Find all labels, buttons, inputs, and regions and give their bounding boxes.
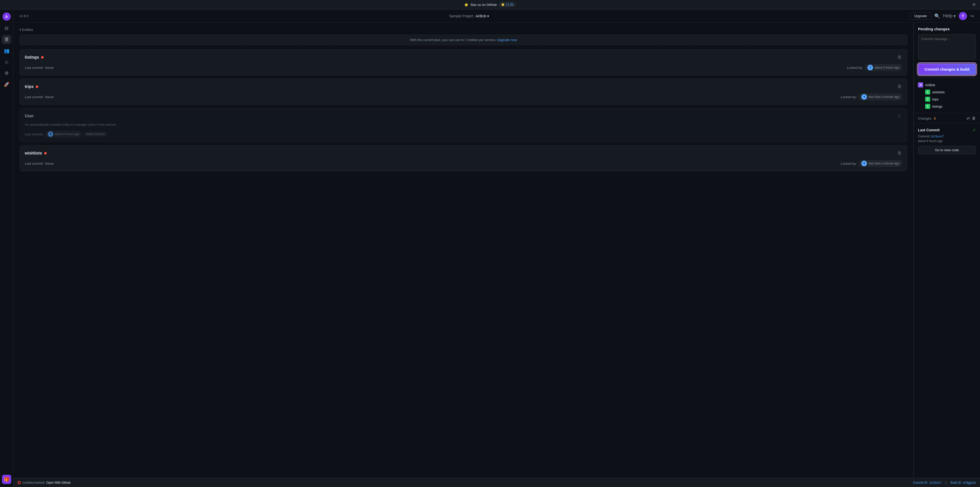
upgrade-button[interactable]: Upgrade: [910, 12, 931, 20]
entity-footer-right-wishlists: Locked by: T less than a minute ago: [841, 160, 902, 167]
bottom-build-id: Build ID xc9ggv3z: [951, 481, 976, 484]
changes-actions: ⇄ 🗑: [966, 116, 976, 121]
github-link[interactable]: ⭕ turteltech/airbnb Open With Github: [18, 481, 70, 484]
sidebar-item-settings[interactable]: ⚙: [2, 68, 11, 78]
locked-user-avatar-listings: T: [867, 65, 873, 70]
entity-description-user: An automatically created entity to manag…: [25, 123, 902, 127]
service-tree-root: ✕ AirBnb: [918, 81, 976, 89]
banner-text: Star us on GitHub: [470, 3, 496, 6]
entity-card-listings-header: listings 🗑: [25, 55, 902, 60]
entity-delete-trips[interactable]: 🗑: [897, 84, 902, 89]
sidebar-item-schema[interactable]: ◇: [2, 57, 11, 67]
gift-icon: 🎁: [4, 477, 10, 482]
signout-icon: ↪: [970, 13, 974, 19]
entity-delete-listings[interactable]: 🗑: [897, 55, 902, 60]
dashboard-icon: ⊟: [5, 25, 8, 31]
locked-time-wishlists: T less than a minute ago: [859, 160, 902, 167]
entity-card-wishlists-header: wishlists 🗑: [25, 151, 902, 156]
tree-icon-wishlists: C: [925, 89, 930, 95]
pending-changes-title: Pending changes: [918, 27, 976, 31]
locked-user-avatar-trips: T: [861, 94, 867, 100]
header-user-avatar[interactable]: T: [959, 12, 967, 20]
entity-name-user: User: [25, 114, 34, 118]
upgrade-notice: With the current plan, you can use to 7 …: [19, 35, 907, 45]
bottom-bar-right: Commit ID 1zr3xnc7 | Build ID xc9ggv3z: [913, 481, 976, 484]
user-avatar-sidebar[interactable]: A: [3, 13, 11, 21]
sidebar-item-dashboard[interactable]: ⊟: [2, 24, 11, 33]
changes-label-group: Changes 3: [918, 116, 935, 121]
last-commit-section: Last Commit ✓ Commit 1zr3xnc7 about 6 ho…: [914, 124, 980, 157]
commit-label-user: Initial Commit: [83, 132, 107, 136]
entity-footer-right-trips: Locked by: T less than a minute ago: [841, 93, 902, 100]
tree-label-trips: trips: [932, 97, 939, 101]
commit-build-button[interactable]: Commit changes & build: [918, 63, 976, 75]
refresh-icon: ⇄: [966, 116, 970, 121]
github-icon: ⭐: [464, 3, 468, 6]
trash-icon-wishlists: 🗑: [897, 151, 902, 155]
entity-delete-user[interactable]: 🗑: [897, 113, 902, 119]
entity-name-wishlists: wishlists: [25, 151, 47, 155]
trash-icon-trips: 🗑: [897, 84, 902, 89]
sidebar-item-deploy[interactable]: 🚀: [2, 80, 11, 89]
settings-icon: ⚙: [5, 70, 9, 76]
star-count-badge[interactable]: ⭐ 11.0k: [499, 2, 515, 7]
changes-delete-button[interactable]: 🗑: [972, 116, 976, 121]
sidebar-item-users[interactable]: 👥: [2, 46, 11, 56]
sidebar-bottom: 🎁: [2, 475, 11, 484]
entity-footer-wishlists: Last commit: Never Locked by: T less tha…: [25, 160, 902, 167]
view-code-button[interactable]: Go to view code: [918, 146, 976, 154]
search-button[interactable]: 🔍: [934, 13, 940, 19]
version-label: v1.8.0: [19, 14, 28, 18]
schema-icon: ◇: [5, 59, 8, 65]
bottom-commit-id: Commit ID 1zr3xnc7: [913, 481, 942, 484]
tree-children: C wishlists C trips C listings: [925, 89, 976, 110]
changes-refresh-button[interactable]: ⇄: [966, 116, 970, 121]
deploy-icon: 🚀: [4, 82, 10, 87]
commit-time: about 6 hours ago: [918, 139, 976, 143]
content-area: v1.8.0 Sample Project AirBnb ▾ Upgrade 🔍…: [13, 10, 980, 487]
entity-delete-wishlists[interactable]: 🗑: [897, 151, 902, 156]
commit-message-input[interactable]: [918, 34, 976, 60]
top-banner: ⭐ Star us on GitHub ⭐ 11.0k ✕: [0, 0, 980, 10]
entity-footer-trips: Last commit: Never Locked by: T less tha…: [25, 93, 902, 100]
entity-card-trips-header: trips 🗑: [25, 84, 902, 89]
last-commit-header: Last Commit ✓: [918, 127, 976, 132]
changes-row: Changes 3 ⇄ 🗑: [914, 113, 980, 124]
locked-time-listings: T about 3 hours ago: [865, 64, 902, 71]
service-tree: ✕ AirBnb C wishlists C trips C: [914, 78, 980, 113]
gift-button[interactable]: 🎁: [2, 475, 11, 484]
header-right: Upgrade 🔍 Help ▾ T ↪: [910, 12, 974, 20]
entity-name-listings: listings: [25, 55, 44, 60]
banner-close-button[interactable]: ✕: [972, 2, 976, 7]
entity-footer-right-listings: Locked by: T about 3 hours ago: [847, 64, 902, 71]
tree-item-listings: C listings: [925, 103, 976, 110]
left-sidebar: A ⊟ ☰ 👥 ◇ ⚙ 🚀 🎁: [0, 10, 13, 487]
entity-card-wishlists: wishlists 🗑 Last commit: Never: [19, 145, 907, 171]
entity-footer-left-user: Last commit: T about 6 hours ago Initial…: [25, 130, 107, 138]
help-button[interactable]: Help ▾: [943, 13, 956, 19]
bottom-bar: ⭕ turteltech/airbnb Open With Github Com…: [13, 478, 980, 487]
entity-dot-wishlists: [44, 152, 47, 154]
sign-out-button[interactable]: ↪: [970, 13, 974, 19]
check-icon: ✓: [973, 127, 976, 132]
open-github-label: Open With Github: [46, 481, 70, 484]
tree-item-wishlists: C wishlists: [925, 89, 976, 96]
help-chevron-icon: ▾: [953, 13, 956, 19]
search-icon: 🔍: [934, 13, 940, 19]
entity-card-trips: trips 🗑 Last commit: Never L: [19, 79, 907, 105]
sidebar-item-entities[interactable]: ☰: [2, 35, 11, 44]
upgrade-now-link[interactable]: Upgrade now: [497, 38, 517, 42]
pending-changes-section: Pending changes Commit changes & build: [914, 23, 980, 78]
service-selector[interactable]: AirBnb ▾: [476, 14, 489, 18]
last-commit-user: T about 6 hours ago: [45, 130, 82, 138]
tree-icon-listings: C: [925, 104, 930, 109]
changes-count: 3: [934, 117, 935, 121]
entity-footer-listings: Last commit: Never Locked by: T about 3 …: [25, 64, 902, 71]
header-center: Sample Project AirBnb ▾: [32, 14, 906, 18]
tree-label-listings: listings: [932, 105, 942, 108]
entity-name-trips: trips: [25, 84, 38, 89]
entity-dot-trips: [36, 86, 38, 88]
locked-user-avatar-wishlists: T: [861, 161, 867, 166]
entity-footer-left-trips: Last commit: Never: [25, 95, 54, 99]
last-commit-title: Last Commit: [918, 128, 940, 132]
